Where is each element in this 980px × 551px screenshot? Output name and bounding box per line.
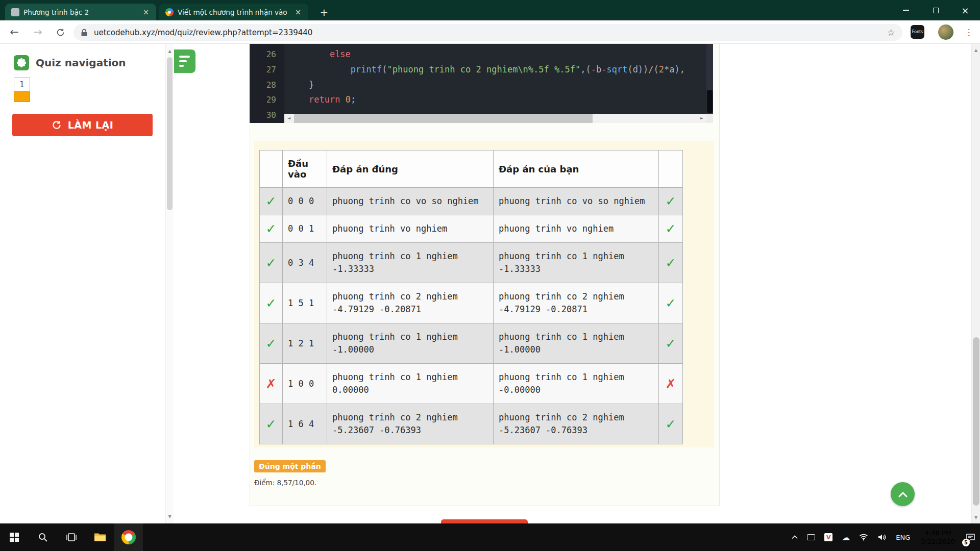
question-card: 2627282930 else printf("phuong trinh co … [250, 44, 720, 506]
window-minimize-button[interactable] [891, 0, 921, 20]
column-header-empty [659, 151, 683, 188]
back-button[interactable]: ← [6, 24, 22, 40]
code-lines: else printf("phuong trinh co 2 nghiem\n%… [285, 47, 706, 114]
scroll-down-arrow-icon[interactable]: ▼ [166, 512, 174, 520]
scroll-left-arrow-icon[interactable]: ◄ [284, 114, 293, 123]
check-icon: ✓ [659, 188, 683, 215]
retry-label: LÀM LẠI [68, 119, 114, 131]
your-answer-cell: phuong trinh co 1 nghiem -1.33333 [494, 243, 659, 283]
check-icon: ✓ [659, 404, 683, 444]
sidebar-scrollbar[interactable]: ▲ ▼ [165, 44, 174, 523]
tray-unikey-button[interactable]: V [820, 523, 837, 551]
code-line [288, 108, 706, 114]
tab-quiz-review[interactable]: Phương trình bậc 2 × [5, 4, 156, 20]
scroll-right-arrow-icon[interactable]: ► [697, 114, 706, 123]
editor-vertical-scrollbar[interactable] [706, 44, 713, 123]
input-cell: 1 6 4 [283, 404, 327, 444]
partially-correct-badge: Đúng một phần [254, 460, 326, 472]
chevron-up-icon [792, 535, 798, 539]
page-scrollbar[interactable]: ▲ ▼ [971, 44, 980, 523]
line-number: 29 [250, 92, 276, 108]
table-row: ✓1 6 4phuong trinh co 2 nghiem -5.23607 … [260, 404, 683, 444]
task-view-icon [66, 533, 77, 542]
input-cell: 0 0 0 [283, 188, 327, 215]
reload-button[interactable] [52, 24, 68, 40]
tray-expand-button[interactable] [787, 523, 802, 551]
taskbar-clock[interactable]: 4:38 PM 3/22/2020 [915, 529, 961, 546]
task-view-button[interactable] [57, 523, 86, 551]
expected-answer-cell: phuong trinh co 2 nghiem -4.79129 -0.208… [327, 283, 494, 323]
scroll-up-arrow-icon[interactable]: ▲ [166, 47, 174, 55]
lock-icon[interactable] [81, 29, 88, 37]
scroll-up-arrow-icon[interactable]: ▲ [972, 46, 980, 54]
sidebar-header: Quiz navigation [14, 55, 126, 70]
bookmark-star-icon[interactable]: ☆ [887, 27, 895, 38]
url-text[interactable]: uetcodehub.xyz/mod/quiz/review.php?attem… [94, 28, 887, 37]
reload-icon [56, 28, 65, 37]
code-gutter: 2627282930 [250, 47, 284, 123]
expected-answer-cell: phuong trinh co 1 nghiem -1.33333 [327, 243, 494, 283]
window-maximize-button[interactable] [921, 0, 950, 20]
fonts-extension-button[interactable]: Fonts [911, 25, 924, 39]
table-row: ✓1 2 1phuong trinh co 1 nghiem -1.00000p… [260, 323, 683, 364]
scroll-down-arrow-icon[interactable]: ▼ [972, 513, 980, 521]
date-text: 3/22/2020 [921, 537, 955, 546]
tray-network-button[interactable] [854, 523, 873, 551]
code-line: else [288, 47, 706, 62]
screen: Phương trình bậc 2 × Viết một chương trì… [0, 0, 980, 551]
refresh-icon [52, 120, 62, 130]
column-header-empty [260, 151, 283, 188]
editor-horizontal-scrollbar[interactable]: ◄ ► [284, 114, 706, 123]
sidebar-title: Quiz navigation [36, 57, 126, 69]
file-explorer-button[interactable] [86, 523, 114, 551]
page-content: Quiz navigation 1 LÀM LẠI ▲ ▼ 2627282930 [0, 44, 980, 523]
editor-hscroll-thumb[interactable] [294, 114, 593, 123]
code-editor[interactable]: 2627282930 else printf("phuong trinh co … [250, 44, 713, 123]
cloud-icon: ☁ [842, 533, 850, 542]
tray-onedrive-button[interactable]: ☁ [837, 523, 854, 551]
sidebar-scrollbar-thumb[interactable] [167, 57, 173, 210]
new-tab-button[interactable]: + [317, 6, 331, 19]
search-icon [38, 532, 48, 542]
cross-icon: ✗ [260, 364, 283, 404]
browser-menu-button[interactable]: ⋮ [963, 24, 975, 40]
your-answer-cell: phuong trinh co 2 nghiem -4.79129 -0.208… [494, 283, 659, 323]
editor-vscroll-thumb[interactable] [707, 90, 713, 113]
check-icon: ✓ [260, 215, 283, 243]
table-row: ✓0 3 4phuong trinh co 1 nghiem -1.33333p… [260, 243, 683, 283]
taskbar-search-button[interactable] [29, 523, 57, 551]
editor-gutter: 2627282930 [250, 44, 284, 123]
sidebar-drawer-toggle[interactable] [174, 49, 195, 73]
bottom-action-button-partial[interactable] [441, 519, 528, 523]
score-text: Điểm: 8,57/10,00. [254, 479, 316, 487]
column-header: Đáp án của bạn [494, 151, 659, 188]
forward-button[interactable]: → [30, 24, 46, 40]
start-button[interactable] [0, 523, 29, 551]
question-partial-state [14, 91, 30, 102]
time-text: 4:38 PM [924, 529, 951, 537]
cross-icon: ✗ [659, 364, 683, 404]
address-bar[interactable]: uetcodehub.xyz/mod/quiz/review.php?attem… [74, 24, 902, 41]
input-cell: 1 0 0 [283, 364, 327, 404]
tab-search-result[interactable]: Viết một chương trình nhận vào × [159, 4, 308, 20]
window-close-button[interactable]: × [950, 0, 980, 20]
input-cell: 1 2 1 [283, 323, 327, 364]
profile-avatar[interactable] [938, 24, 953, 40]
question-number-button[interactable]: 1 [14, 78, 30, 91]
tray-display-button[interactable] [802, 523, 820, 551]
page-scrollbar-thumb[interactable] [973, 337, 979, 506]
retry-button[interactable]: LÀM LẠI [12, 114, 153, 136]
check-icon: ✓ [260, 188, 283, 215]
line-number: 26 [250, 47, 276, 62]
input-cell: 0 0 1 [283, 215, 327, 243]
tab-close-icon[interactable]: × [142, 8, 150, 17]
tab-close-icon[interactable]: × [294, 8, 302, 17]
language-indicator[interactable]: ENG [891, 523, 915, 551]
chrome-taskbar-button[interactable] [114, 523, 143, 551]
scroll-to-top-button[interactable] [891, 482, 915, 506]
browser-toolbar: ← → uetcodehub.xyz/mod/quiz/review.php?a… [0, 20, 980, 44]
your-answer-cell: phuong trinh co 1 nghiem -1.00000 [494, 323, 659, 364]
speaker-icon [877, 533, 887, 541]
action-center-button[interactable]: 5 [961, 523, 980, 551]
tray-volume-button[interactable] [873, 523, 891, 551]
